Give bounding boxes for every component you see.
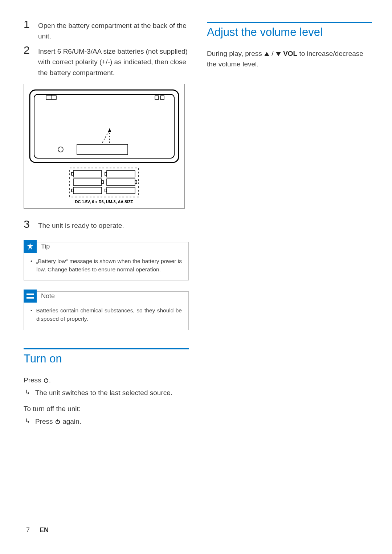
section-divider [207,22,372,23]
adjust-volume-body: During play, press / VOL to increase/dec… [207,48,372,70]
tip-title: Tip [41,243,50,250]
note-icon [24,290,37,303]
step-text: Open the battery compartment at the back… [38,18,189,42]
svg-rect-24 [26,294,34,295]
result-line: ↳ The unit switches to the last selected… [24,387,189,398]
result-line: ↳ Press again. [24,416,189,427]
svg-line-10 [102,130,110,143]
svg-rect-6 [77,144,128,155]
svg-rect-16 [73,187,102,194]
step-number: 2 [24,44,32,78]
tip-callout: Tip „Battery low“ message is shown when … [24,242,189,281]
tip-item: „Battery low“ message is shown when the … [30,257,182,274]
step-number: 1 [24,18,32,42]
svg-rect-5 [160,96,164,99]
turn-off-label: To turn off the unit: [24,403,189,414]
note-title: Note [41,292,55,300]
step-number: 3 [24,218,32,231]
svg-rect-4 [155,96,159,99]
tip-icon [24,240,37,253]
step-1: 1 Open the battery compartment at the ba… [24,18,189,42]
diagram-caption: DC 1.5V, 6 x R6, UM-3, AA SIZE [75,200,134,204]
section-divider [24,348,189,349]
svg-marker-31 [276,52,281,56]
svg-rect-23 [105,189,107,192]
svg-rect-25 [26,297,34,299]
svg-rect-11 [70,168,139,197]
step-text: Insert 6 R6/UM-3/AA size batteries (not … [38,44,189,78]
battery-steps: 1 Open the battery compartment at the ba… [24,18,189,78]
vol-label: VOL [283,50,297,57]
svg-rect-19 [135,181,137,184]
svg-rect-22 [102,181,103,184]
left-column: 1 Open the battery compartment at the ba… [24,18,189,539]
page-number: 7 [26,526,30,534]
svg-rect-12 [73,171,102,177]
adjust-volume-heading: Adjust the volume level [207,26,372,39]
svg-rect-13 [107,171,135,177]
svg-rect-15 [107,179,135,185]
svg-rect-20 [72,189,73,192]
svg-rect-17 [107,187,135,194]
note-item: Batteries contain chemical substances, s… [30,306,182,323]
svg-rect-0 [30,90,179,163]
step-text: The unit is ready to operate. [38,218,124,231]
step-3: 3 The unit is ready to operate. [24,218,189,231]
power-icon [43,376,49,384]
svg-point-7 [58,147,63,152]
triangle-down-icon [275,50,281,57]
page-footer: 7 EN [26,526,49,534]
svg-rect-21 [105,172,107,175]
turn-on-heading: Turn on [24,352,189,365]
svg-marker-30 [264,52,269,56]
triangle-up-icon [264,50,270,57]
svg-rect-14 [73,179,102,185]
battery-steps-cont: 3 The unit is ready to operate. [24,218,189,231]
note-callout: Note Batteries contain chemical substanc… [24,291,189,330]
power-icon [55,418,61,425]
result-arrow-icon: ↳ [25,387,30,398]
right-column: Adjust the volume level During play, pre… [207,18,372,539]
press-power-line: Press . [24,375,189,385]
svg-rect-18 [72,172,73,175]
result-arrow-icon: ↳ [25,416,30,427]
press-power-again: Press again. [35,416,81,427]
battery-diagram: DC 1.5V, 6 x R6, UM-3, AA SIZE [24,84,185,209]
language-code: EN [40,526,49,534]
step-2: 2 Insert 6 R6/UM-3/AA size batteries (no… [24,44,189,78]
svg-rect-1 [34,94,174,158]
